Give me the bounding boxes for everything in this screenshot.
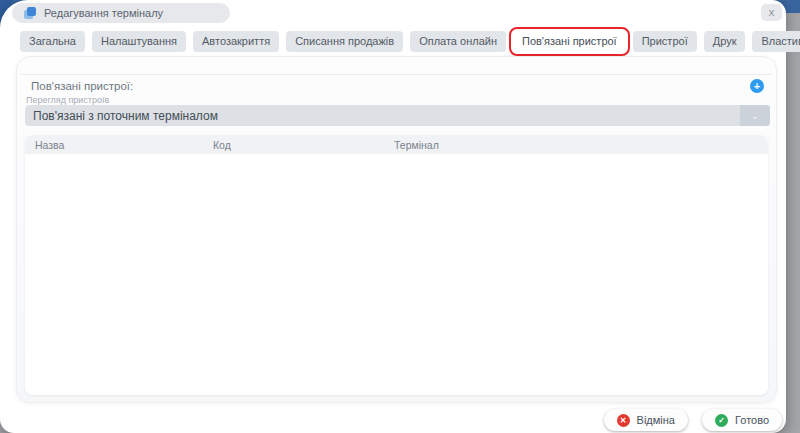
column-header-terminal: Термінал [394,139,768,151]
tab-devices[interactable]: Пристрої [633,31,697,52]
dialog-title-bar: Редагування терміналу [12,3,230,23]
tab-general[interactable]: Загальна [20,31,85,52]
column-header-name: Назва [25,139,213,151]
device-view-select[interactable]: Пов'язані з поточним терміналом ⌄ [25,105,770,126]
tab-print[interactable]: Друк [704,31,746,52]
close-button[interactable]: X [761,4,782,21]
device-view-selected-value: Пов'язані з поточним терміналом [25,109,740,123]
done-button-label: Готово [735,414,769,426]
edit-terminal-dialog: Редагування терміналу X Загальна Налашту… [0,0,786,433]
linked-devices-table: Назва Код Термінал [25,135,768,395]
device-view-label: Перегляд пристроїв [26,95,109,105]
cancel-button[interactable]: ✕ Відміна [604,409,688,431]
chevron-down-icon[interactable]: ⌄ [740,105,770,126]
plus-icon: + [754,79,760,93]
section-title: Пов'язані пристрої: [31,80,133,92]
linked-devices-panel: Пов'язані пристрої: + Перегляд пристроїв… [16,56,777,403]
cancel-x-icon: ✕ [617,414,630,427]
tab-linked-devices[interactable]: Пов'язані пристрої [513,31,626,52]
done-button[interactable]: ✓ Готово [702,409,782,431]
section-header: Пов'язані пристрої: + [31,77,764,95]
table-body-empty [25,154,768,395]
terminal-icon [24,7,36,19]
add-device-button[interactable]: + [750,79,764,93]
column-header-code: Код [213,139,394,151]
tab-online-payment[interactable]: Оплата онлайн [410,31,506,52]
cancel-button-label: Відміна [637,414,675,426]
done-check-icon: ✓ [715,414,728,427]
tab-autoclose[interactable]: Автозакриття [193,31,279,52]
tab-receipt-properties[interactable]: Властивості рахунку [752,31,800,52]
panel-divider [21,74,772,75]
tab-sales-writeoff[interactable]: Списання продажів [286,31,403,52]
dialog-title: Редагування терміналу [44,7,163,19]
tab-settings[interactable]: Налаштування [92,31,186,52]
tab-bar: Загальна Налаштування Автозакриття Списа… [20,31,800,52]
table-header-row: Назва Код Термінал [25,135,768,154]
